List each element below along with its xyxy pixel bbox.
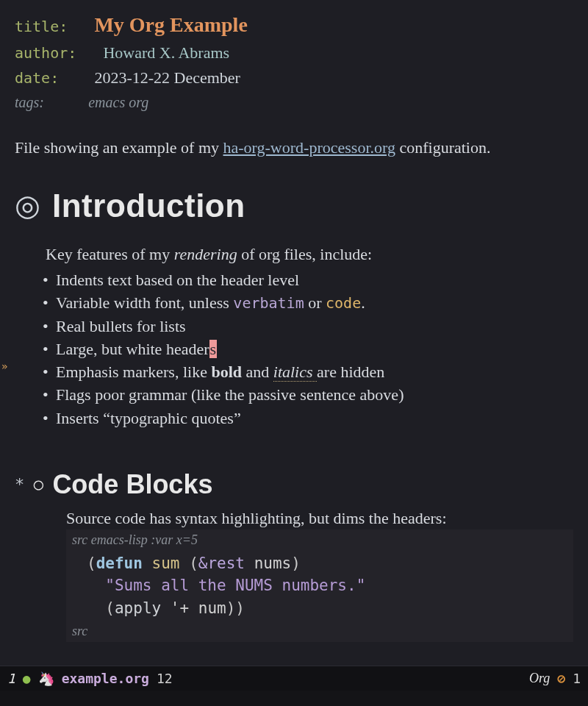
meta-author-key: author: bbox=[15, 44, 76, 62]
meta-date-key: date: bbox=[15, 69, 59, 87]
tok: apply bbox=[115, 599, 161, 617]
unicorn-icon: 🦄 bbox=[38, 671, 54, 686]
meta-title-line: title: My Org Example bbox=[15, 9, 573, 40]
meta-date-line: date: 2023-12-22 December bbox=[15, 65, 573, 90]
list-item: Inserts “typographic quotes” bbox=[56, 407, 573, 429]
bold-text: bold bbox=[211, 363, 242, 381]
features-list: Indents text based on the header level V… bbox=[56, 268, 573, 429]
meta-title-key: title: bbox=[15, 18, 68, 35]
tok: ( bbox=[105, 599, 115, 617]
tok: ) bbox=[291, 555, 301, 572]
tok: ( bbox=[87, 555, 96, 572]
list-item: Real bullets for lists bbox=[56, 315, 573, 338]
fringe-indicator: » bbox=[1, 360, 7, 372]
modeline-window-number: 1 bbox=[7, 671, 15, 686]
li-text: or bbox=[304, 293, 326, 312]
src-end-line: src bbox=[72, 622, 567, 641]
li-text: Variable width font, unless bbox=[56, 293, 233, 312]
features-lead-em: rendering bbox=[174, 245, 237, 263]
tok: nums bbox=[254, 555, 292, 572]
modified-indicator-icon: ● bbox=[23, 671, 31, 686]
tok bbox=[189, 599, 198, 617]
list-item: Flags poor grammar (like the passive sen… bbox=[56, 383, 573, 406]
flycheck-warning-count: 1 bbox=[573, 671, 581, 686]
modeline-buffer-name[interactable]: example.org bbox=[62, 671, 149, 686]
li-text: Emphasis markers, like bbox=[56, 363, 211, 381]
intro-paragraph: File showing an example of my ha-org-wor… bbox=[15, 138, 573, 159]
heading-bullet-icon: ◎ bbox=[15, 191, 40, 221]
heading-asterisk-icon: * bbox=[15, 475, 24, 493]
features-lead-before: Key features of my bbox=[46, 245, 174, 263]
modeline-major-mode[interactable]: Org bbox=[529, 671, 550, 686]
meta-tags-value: emacs org bbox=[88, 94, 148, 110]
tok: '+ bbox=[171, 599, 189, 617]
source-block[interactable]: src emacs-lisp :var x=5 (defun sum (&res… bbox=[66, 530, 573, 642]
src-lead: Source code has syntax highlighting, but… bbox=[66, 509, 573, 528]
intro-before: File showing an example of my bbox=[15, 138, 223, 157]
list-item: Large, but white headers bbox=[56, 338, 573, 360]
tok: num bbox=[198, 599, 226, 617]
tok: )) bbox=[226, 599, 245, 617]
src-begin-line: src emacs-lisp :var x=5 bbox=[72, 531, 567, 549]
code-text: code bbox=[326, 294, 361, 312]
heading-introduction[interactable]: ◎ Introduction bbox=[15, 188, 573, 224]
tok bbox=[245, 555, 254, 572]
tok: ( bbox=[189, 555, 198, 572]
meta-author-line: author: Howard X. Abrams bbox=[15, 40, 573, 65]
modeline[interactable]: 1 ● 🦄 example.org 12 Org ⊘ 1 bbox=[0, 666, 588, 691]
config-link[interactable]: ha-org-word-processor.org bbox=[223, 138, 395, 157]
list-item: Emphasis markers, like bold and italics … bbox=[56, 360, 573, 383]
tok: sum bbox=[152, 555, 180, 572]
tok: &rest bbox=[198, 555, 245, 572]
tok bbox=[179, 555, 189, 572]
tok: "Sums all the NUMS numbers." bbox=[105, 577, 365, 594]
tok: defun bbox=[96, 555, 143, 572]
verbatim-text: verbatim bbox=[233, 294, 304, 312]
meta-title-value: My Org Example bbox=[94, 13, 247, 36]
heading-bullet-icon: ○ bbox=[32, 472, 45, 497]
editor-buffer[interactable]: » title: My Org Example author: Howard X… bbox=[0, 0, 588, 666]
italic-text: italics bbox=[273, 363, 317, 382]
flycheck-warning-icon[interactable]: ⊘ bbox=[557, 671, 565, 686]
li-text: and bbox=[242, 363, 273, 381]
tok bbox=[161, 599, 171, 617]
src-code-body: (defun sum (&rest nums) "Sums all the NU… bbox=[72, 549, 567, 622]
text-cursor: s bbox=[209, 340, 218, 358]
li-text: . bbox=[361, 293, 365, 312]
meta-date-value: 2023-12-22 December bbox=[94, 68, 240, 87]
li-text: Large, but white header bbox=[56, 340, 209, 358]
meta-tags-line: tags: emacs org bbox=[15, 91, 573, 114]
modeline-position: 12 bbox=[157, 671, 173, 686]
li-text: are hidden bbox=[317, 363, 384, 381]
meta-tags-key: tags: bbox=[15, 94, 44, 110]
intro-after: configuration. bbox=[395, 138, 491, 157]
list-item: Indents text based on the header level bbox=[56, 268, 573, 291]
features-lead-after: of org files, include: bbox=[237, 245, 373, 263]
features-lead: Key features of my rendering of org file… bbox=[46, 245, 573, 264]
minibuffer[interactable] bbox=[0, 691, 588, 706]
meta-author-value: Howard X. Abrams bbox=[103, 43, 229, 62]
list-item: Variable width font, unless verbatim or … bbox=[56, 291, 573, 314]
heading-introduction-text: Introduction bbox=[52, 188, 245, 224]
heading-code-blocks[interactable]: * ○ Code Blocks bbox=[15, 469, 573, 500]
tok bbox=[143, 555, 152, 572]
heading-code-blocks-text: Code Blocks bbox=[52, 469, 212, 500]
